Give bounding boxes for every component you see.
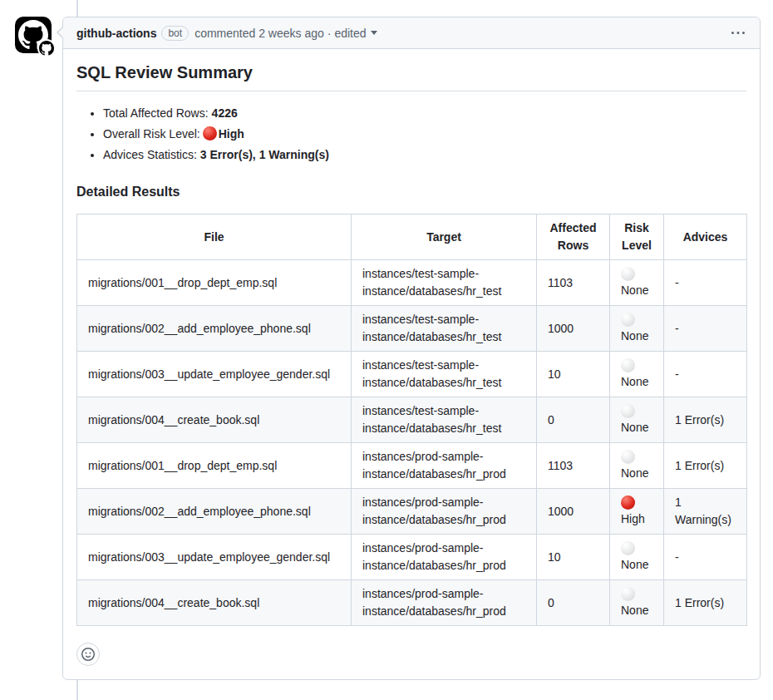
- summary-title: SQL Review Summary: [76, 62, 746, 91]
- risk-level-label: None: [621, 558, 648, 571]
- advices-cell: -: [664, 260, 747, 306]
- advices-statistics-item: Advices Statistics:3 Error(s), 1 Warning…: [103, 146, 746, 164]
- risk-level-label: None: [621, 375, 648, 388]
- target-cell: instances/test-sample- instance/database…: [352, 306, 537, 352]
- table-row: migrations/001__drop_dept_emp.sql instan…: [77, 260, 747, 306]
- affected-rows-cell: 0: [537, 397, 610, 443]
- risk-level-label: None: [621, 421, 648, 434]
- column-header-affected-rows: Affected Rows: [537, 214, 610, 260]
- risk-level-label: None: [621, 604, 648, 617]
- column-header-advices: Advices: [664, 214, 747, 260]
- target-cell: instances/prod-sample- instance/database…: [352, 443, 537, 489]
- detailed-results-title: Detailed Results: [76, 184, 746, 200]
- advices-cell: -: [664, 352, 747, 397]
- column-header-target: Target: [352, 214, 537, 260]
- table-row: migrations/001__drop_dept_emp.sql instan…: [77, 443, 747, 489]
- target-cell: instances/test-sample- instance/database…: [352, 352, 537, 397]
- github-actions-avatar[interactable]: [15, 17, 52, 53]
- advices-cell: 1 Error(s): [664, 443, 747, 489]
- target-cell: instances/test-sample- instance/database…: [352, 260, 537, 306]
- table-row: migrations/002__add_employee_phone.sql i…: [77, 306, 747, 352]
- table-row: migrations/004__create_book.sql instance…: [77, 397, 747, 443]
- summary-list: Total Affected Rows:4226 Overall Risk Le…: [76, 105, 746, 164]
- comment-card: github-actions bot commented 2 weeks ago…: [62, 17, 761, 680]
- risk-level-cell: None: [610, 260, 664, 306]
- column-header-risk-level: Risk Level: [610, 214, 664, 260]
- risk-level-label: None: [621, 283, 648, 297]
- overall-risk-level-value: High: [219, 127, 244, 140]
- risk-circle-icon: [621, 404, 635, 418]
- affected-rows-cell: 10: [537, 352, 610, 397]
- table-row: migrations/004__create_book.sql instance…: [77, 580, 747, 626]
- risk-level-cell: None: [610, 580, 664, 626]
- risk-circle-icon: [621, 267, 635, 281]
- file-cell: migrations/001__drop_dept_emp.sql: [77, 260, 352, 306]
- results-table: File Target Affected Rows Risk Level Adv…: [76, 214, 747, 626]
- table-row: migrations/002__add_employee_phone.sql i…: [77, 489, 747, 535]
- advices-cell: -: [664, 306, 747, 352]
- affected-rows-cell: 10: [537, 535, 610, 580]
- risk-circle-icon: [621, 541, 635, 555]
- column-header-file: File: [77, 214, 352, 260]
- author-login[interactable]: github-actions: [76, 27, 156, 40]
- affected-rows-cell: 1000: [537, 306, 610, 352]
- risk-circle-icon: [621, 495, 635, 510]
- file-cell: migrations/003__update_employee_gender.s…: [77, 535, 352, 580]
- risk-level-label: None: [621, 329, 648, 343]
- bot-badge: bot: [161, 26, 189, 41]
- risk-level-label: High: [621, 512, 645, 525]
- kebab-menu-button[interactable]: [730, 25, 746, 42]
- table-row: migrations/003__update_employee_gender.s…: [77, 535, 747, 580]
- risk-level-cell: None: [610, 352, 664, 397]
- target-cell: instances/prod-sample- instance/database…: [352, 489, 537, 535]
- file-cell: migrations/002__add_employee_phone.sql: [77, 306, 352, 352]
- advices-cell: 1 Warning(s): [664, 489, 747, 535]
- affected-rows-cell: 1103: [537, 443, 610, 489]
- meta-separator: ·: [327, 27, 332, 40]
- chevron-down-icon: [371, 31, 377, 35]
- total-affected-rows-label: Total Affected Rows:: [103, 106, 209, 120]
- comment-body: SQL Review Summary Total Affected Rows:4…: [63, 49, 760, 679]
- comment-tail: [57, 26, 63, 39]
- advices-cell: 1 Error(s): [664, 397, 747, 443]
- file-cell: migrations/003__update_employee_gender.s…: [77, 352, 352, 397]
- risk-level-label: None: [621, 466, 648, 480]
- affected-rows-cell: 1103: [537, 260, 610, 306]
- add-reaction-button[interactable]: [76, 643, 100, 666]
- kebab-horizontal-icon: [731, 27, 745, 40]
- file-cell: migrations/002__add_employee_phone.sql: [77, 489, 352, 535]
- overall-risk-level-item: Overall Risk Level:High: [103, 126, 746, 143]
- risk-circle-icon: [621, 358, 635, 372]
- comment-meta: commented 2 weeks ago: [194, 27, 324, 40]
- comment-header: github-actions bot commented 2 weeks ago…: [63, 17, 760, 49]
- total-affected-rows-value: 4226: [212, 106, 238, 120]
- target-cell: instances/test-sample- instance/database…: [352, 397, 537, 443]
- affected-rows-cell: 1000: [537, 489, 610, 535]
- total-affected-rows-item: Total Affected Rows:4226: [103, 105, 746, 122]
- advices-cell: 1 Error(s): [664, 580, 747, 626]
- target-cell: instances/prod-sample- instance/database…: [352, 580, 537, 626]
- advices-statistics-value: 3 Error(s), 1 Warning(s): [200, 148, 329, 161]
- advices-cell: -: [664, 535, 747, 580]
- table-row: migrations/003__update_employee_gender.s…: [77, 352, 747, 397]
- overall-risk-level-label: Overall Risk Level:: [103, 127, 200, 140]
- risk-circle-icon: [621, 587, 635, 601]
- red-circle-icon: [203, 126, 217, 140]
- bot-avatar-badge-icon: [37, 39, 56, 57]
- table-header-row: File Target Affected Rows Risk Level Adv…: [77, 214, 747, 260]
- risk-circle-icon: [621, 313, 635, 327]
- edited-label: edited: [334, 27, 366, 40]
- edited-dropdown[interactable]: edited: [334, 27, 377, 40]
- affected-rows-cell: 0: [537, 580, 610, 626]
- risk-level-cell: None: [610, 306, 664, 352]
- risk-level-cell: None: [610, 397, 664, 443]
- target-cell: instances/prod-sample- instance/database…: [352, 535, 537, 580]
- file-cell: migrations/001__drop_dept_emp.sql: [77, 443, 352, 489]
- file-cell: migrations/004__create_book.sql: [77, 580, 352, 626]
- risk-level-cell: High: [610, 489, 664, 535]
- smiley-icon: [81, 648, 95, 661]
- risk-level-cell: None: [610, 535, 664, 580]
- risk-circle-icon: [621, 450, 635, 464]
- file-cell: migrations/004__create_book.sql: [77, 397, 352, 443]
- risk-level-cell: None: [610, 443, 664, 489]
